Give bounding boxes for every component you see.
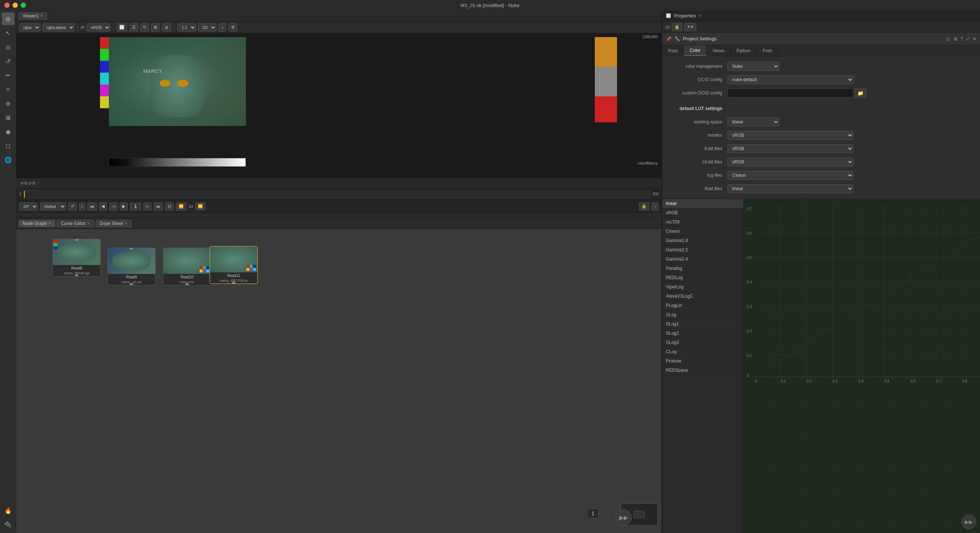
wipe-icon[interactable]: ● <box>218 23 226 32</box>
tab-curve-editor[interactable]: Curve Editor ✕ <box>57 220 94 227</box>
in-point-icon[interactable]: I <box>79 203 85 211</box>
ps-close-btn[interactable]: ✕ <box>973 36 976 41</box>
curve-item-gamma18[interactable]: Gamma1.8 <box>662 236 743 246</box>
play-fwd-btn[interactable]: ▷ <box>143 203 151 211</box>
toolbar-plugin-icon[interactable]: 🔌 <box>2 518 14 531</box>
curve-item-slog3[interactable]: SLog3 <box>662 338 743 347</box>
zoom-dropdown[interactable]: 1:1 <box>177 23 196 32</box>
tab-dope-sheet[interactable]: Dope Sheet ✕ <box>95 220 132 227</box>
node-read9-output[interactable] <box>130 283 133 286</box>
float-dropdown[interactable]: linear <box>727 184 853 193</box>
curve-item-redlog[interactable]: REDLog <box>662 273 743 282</box>
toolbar-viewer-icon[interactable]: ⊞ <box>2 13 14 25</box>
node-read11[interactable]: Read11 marcy_REC709.ex <box>210 246 258 284</box>
node-read11-output[interactable] <box>232 282 235 284</box>
curve-item-redspace[interactable]: REDSpace <box>662 366 743 375</box>
pause-icon[interactable]: ⏸ <box>162 23 171 32</box>
curve-nav-arrow[interactable]: ▶▶ <box>961 514 976 529</box>
mode-dropdown[interactable]: Global <box>40 203 66 211</box>
skip-start-btn[interactable]: ⏮ <box>88 203 97 211</box>
navigate-arrow[interactable]: ▶▶ <box>616 509 632 526</box>
curve-item-cineon[interactable]: Cineon <box>662 227 743 236</box>
toolbar-fire-icon[interactable]: 🔥 <box>2 504 14 517</box>
maximize-button[interactable] <box>21 3 26 8</box>
curve-item-ploglin[interactable]: PLogLin <box>662 301 743 310</box>
node-read10[interactable]: Read10 marcy.exr <box>163 247 211 286</box>
minimize-button[interactable] <box>13 3 18 8</box>
monitor-icon[interactable]: ⬜ <box>117 23 127 32</box>
toolbar-pen-icon[interactable]: ✏ <box>2 69 14 81</box>
curve-item-rec709[interactable]: rec709 <box>662 217 743 227</box>
tab-node-graph[interactable]: Node Graph ✕ <box>19 220 55 227</box>
toolbar-globe-icon[interactable]: 🌐 <box>2 153 14 166</box>
curve-item-protune[interactable]: Protune <box>662 357 743 366</box>
step-back-btn[interactable]: ◀ <box>99 203 107 211</box>
node-read8-output[interactable] <box>75 274 78 276</box>
play-back-btn[interactable]: ◁ <box>109 203 118 211</box>
toolbar-shapes-icon[interactable]: ◻ <box>2 139 14 152</box>
ps-float-btn[interactable]: ⤢ <box>966 36 970 41</box>
curve-item-alexa[interactable]: AlexaV3LogC <box>662 292 743 301</box>
ps-resize-btn[interactable]: ⊞ <box>954 36 958 41</box>
play-btn[interactable]: ▶ <box>119 203 128 211</box>
toolbar-merge-icon[interactable]: ⊕ <box>2 97 14 110</box>
toolbar-select-icon[interactable]: ↖ <box>2 27 14 39</box>
refresh-icon[interactable]: ↻ <box>140 23 149 32</box>
toolbar-transform-icon[interactable]: ◎ <box>2 41 14 53</box>
settings-viewer-icon[interactable]: ⚙ <box>229 23 237 32</box>
rewind-btn[interactable]: ⏪ <box>176 203 186 211</box>
log-dropdown[interactable]: Cineon <box>727 171 853 180</box>
ps-tab-font[interactable]: Font <box>757 45 778 56</box>
viewer-close-icon[interactable]: ✕ <box>40 14 43 18</box>
ps-tab-views[interactable]: Views <box>707 45 731 56</box>
toolbar-rotate-icon[interactable]: ↺ <box>2 55 14 67</box>
props-lock-btn[interactable]: 🔒 <box>672 23 682 31</box>
monitor-dropdown[interactable]: sRGB <box>727 131 853 140</box>
compare-icon[interactable]: ⊞ <box>151 23 160 32</box>
curve-item-panalog[interactable]: Panalog <box>662 264 743 273</box>
color-management-dropdown[interactable]: Nuke <box>727 62 779 71</box>
fps-dropdown[interactable]: 24* <box>19 203 38 211</box>
window-controls[interactable] <box>5 3 26 8</box>
curve-item-linear[interactable]: linear <box>662 199 743 208</box>
bit8-dropdown[interactable]: sRGB <box>727 144 853 153</box>
curve-item-clog[interactable]: CLog <box>662 347 743 357</box>
ps-camera-btn[interactable]: 🎥 <box>945 36 951 41</box>
node-read9[interactable]: Read9 marcy_cin.cin <box>107 247 156 286</box>
ps-wrench-btn[interactable]: 🔧 <box>675 36 680 41</box>
channel-dropdown[interactable]: rgba <box>19 23 40 32</box>
node-read8[interactable]: Read8 marcy_SRGB.tga <box>52 239 101 276</box>
node-read10-output[interactable] <box>185 283 189 286</box>
properties-close-icon[interactable]: ✕ <box>699 14 702 18</box>
lock-btn[interactable]: 🔒 <box>639 203 649 211</box>
close-button[interactable] <box>5 3 10 8</box>
out-point-icon[interactable]: O <box>165 203 174 211</box>
curve-editor-close[interactable]: ✕ <box>87 221 90 225</box>
viewer-tab-1[interactable]: Viewer1 ✕ <box>19 12 47 20</box>
projection-dropdown[interactable]: 2D <box>198 23 216 32</box>
export-btn[interactable]: ↑ <box>651 203 659 211</box>
ps-pin-btn[interactable]: 📌 <box>666 36 671 41</box>
dope-sheet-close[interactable]: ✕ <box>124 221 127 225</box>
restore-icon[interactable]: ↺ <box>68 203 77 211</box>
colorspace-dropdown[interactable]: sRGB <box>87 23 110 32</box>
working-space-dropdown[interactable]: linear <box>727 118 779 126</box>
node-canvas[interactable]: Read8 marcy_SRGB.tga Read9 marcy_cin.cin <box>16 229 662 533</box>
toolbar-crop-icon[interactable]: ⊠ <box>2 111 14 124</box>
bit16-dropdown[interactable]: sRGB <box>727 158 853 166</box>
ps-help-btn[interactable]: ? <box>960 36 963 41</box>
skip-end-btn[interactable]: ⏭ <box>154 203 163 211</box>
ps-tab-color[interactable]: Color <box>684 45 707 56</box>
toolbar-layers-icon[interactable]: ≡ <box>2 83 14 96</box>
toolbar-color-icon[interactable]: ◉ <box>2 125 14 138</box>
forward-btn[interactable]: ⏩ <box>195 203 205 211</box>
node-graph-close[interactable]: ✕ <box>48 221 51 225</box>
curve-item-srgb[interactable]: sRGB <box>662 208 743 217</box>
ocio-config-dropdown[interactable]: nuke-default <box>727 75 853 84</box>
curve-item-slog[interactable]: SLog <box>662 310 743 319</box>
timeline-ruler[interactable] <box>24 190 651 198</box>
custom-ocio-input[interactable] <box>727 89 853 97</box>
ps-tab-python[interactable]: Python <box>731 45 757 56</box>
ps-tab-root[interactable]: Root <box>662 45 684 56</box>
curve-item-viperlog[interactable]: ViperLog <box>662 282 743 292</box>
